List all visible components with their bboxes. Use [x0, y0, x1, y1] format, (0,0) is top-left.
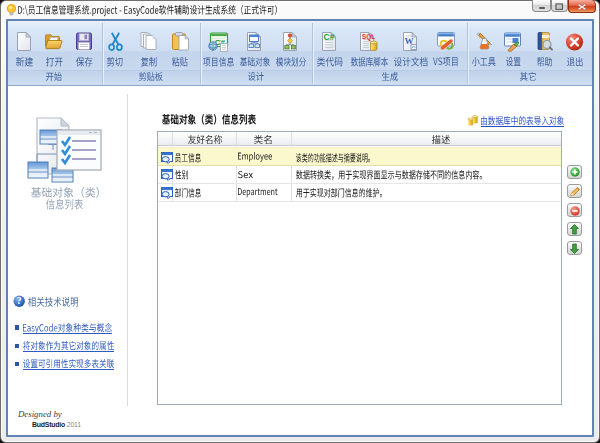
svg-text:?: ? [17, 296, 22, 306]
svg-text:W: W [404, 36, 413, 46]
svg-text:SQL: SQL [362, 33, 375, 41]
svg-text:C#: C# [323, 32, 334, 42]
